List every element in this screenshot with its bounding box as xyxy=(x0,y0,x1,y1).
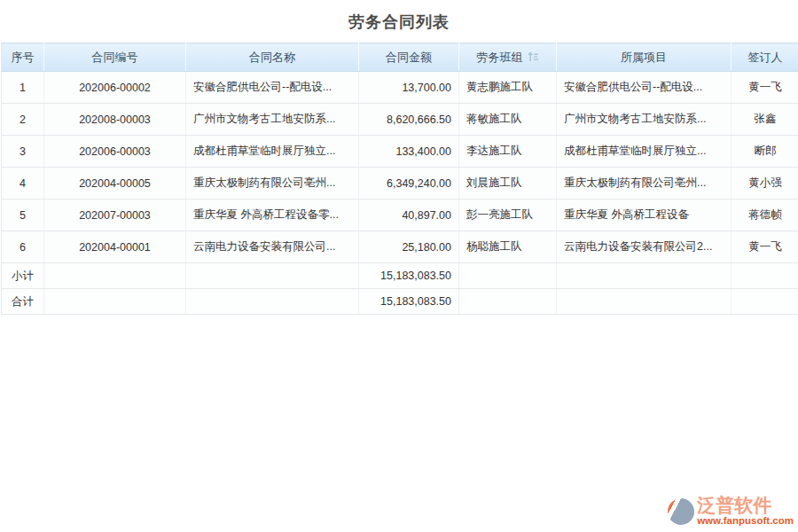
table-row: 5202007-00003重庆华夏 外高桥工程设备零...40,897.00彭一… xyxy=(2,200,798,231)
cell-team[interactable]: 蒋敏施工队 xyxy=(459,104,557,136)
brand-name: 泛普软件 xyxy=(697,496,771,515)
cell-index: 4 xyxy=(2,168,44,200)
cell-amount: 13,700.00 xyxy=(359,72,459,104)
column-header-label: 劳务班组 xyxy=(477,51,523,64)
column-header-amount: 合同金额 xyxy=(359,43,459,72)
cell-contract_no[interactable]: 202007-00003 xyxy=(44,200,186,231)
summary-empty-cell xyxy=(557,263,732,289)
cell-team[interactable]: 黄志鹏施工队 xyxy=(459,72,557,104)
cell-contract_name[interactable]: 重庆华夏 外高桥工程设备零... xyxy=(186,200,359,231)
cell-project[interactable]: 重庆华夏 外高桥工程设备 xyxy=(557,200,732,231)
cell-index: 2 xyxy=(2,104,44,136)
fanpu-logo-icon xyxy=(668,498,694,525)
column-header-label: 序号 xyxy=(12,51,35,64)
cell-team[interactable]: 李达施工队 xyxy=(459,136,557,168)
table-row: 2202008-00003广州市文物考古工地安防系...8,620,666.50… xyxy=(2,104,798,136)
cell-contract_no[interactable]: 202004-00005 xyxy=(44,168,186,200)
column-header-label: 合同金额 xyxy=(386,51,432,64)
table-header: 序号合同编号合同名称合同金额劳务班组所属项目签订人 xyxy=(2,43,798,72)
table-header-row: 序号合同编号合同名称合同金额劳务班组所属项目签订人 xyxy=(2,43,798,72)
labor-contract-table: 序号合同编号合同名称合同金额劳务班组所属项目签订人 1202006-00002安… xyxy=(1,43,798,315)
cell-amount: 40,897.00 xyxy=(359,200,459,231)
summary-row: 合计15,183,083.50 xyxy=(2,289,798,315)
cell-project[interactable]: 广州市文物考古工地安防系... xyxy=(557,104,732,136)
cell-index: 1 xyxy=(2,72,44,104)
cell-index: 6 xyxy=(2,231,44,263)
column-header-label: 合同编号 xyxy=(92,51,138,64)
column-header-signer: 签订人 xyxy=(732,43,798,72)
cell-project[interactable]: 成都杜甫草堂临时展厅独立... xyxy=(557,136,732,168)
cell-contract_no[interactable]: 202006-00003 xyxy=(44,136,186,168)
cell-contract_no[interactable]: 202008-00003 xyxy=(44,104,186,136)
cell-contract_name[interactable]: 重庆太极制药有限公司亳州... xyxy=(186,168,359,200)
cell-contract_no[interactable]: 202006-00002 xyxy=(44,72,186,104)
column-header-label: 签订人 xyxy=(748,51,783,64)
summary-empty-cell xyxy=(44,289,186,315)
cell-signer[interactable]: 蒋德帧 xyxy=(732,200,798,231)
summary-empty-cell xyxy=(459,289,557,315)
sort-icon[interactable] xyxy=(528,51,539,62)
brand-url-link[interactable]: www.fanpusoft.com xyxy=(697,515,794,527)
cell-team[interactable]: 杨聪施工队 xyxy=(459,231,557,263)
summary-row: 小计15,183,083.50 xyxy=(2,263,798,289)
summary-amount: 15,183,083.50 xyxy=(359,289,459,315)
cell-project[interactable]: 云南电力设备安装有限公司2... xyxy=(557,231,732,263)
summary-empty-cell xyxy=(732,289,798,315)
table-row: 4202004-00005重庆太极制药有限公司亳州...6,349,240.00… xyxy=(2,168,798,200)
summary-empty-cell xyxy=(732,263,798,289)
table-body: 1202006-00002安徽合肥供电公司--配电设...13,700.00黄志… xyxy=(2,72,798,315)
summary-amount: 15,183,083.50 xyxy=(359,263,459,289)
page-title: 劳务合同列表 xyxy=(0,0,798,43)
summary-empty-cell xyxy=(44,263,186,289)
column-header-contract_no: 合同编号 xyxy=(44,43,186,72)
cell-signer[interactable]: 断郎 xyxy=(732,136,798,168)
summary-empty-cell xyxy=(186,289,359,315)
cell-project[interactable]: 重庆太极制药有限公司亳州... xyxy=(557,168,732,200)
cell-contract_name[interactable]: 成都杜甫草堂临时展厅独立... xyxy=(186,136,359,168)
summary-empty-cell xyxy=(186,263,359,289)
cell-contract_name[interactable]: 安徽合肥供电公司--配电设... xyxy=(186,72,359,104)
column-header-index: 序号 xyxy=(2,43,44,72)
cell-index: 3 xyxy=(2,136,44,168)
column-header-team[interactable]: 劳务班组 xyxy=(459,43,557,72)
cell-signer[interactable]: 黄小强 xyxy=(732,168,798,200)
cell-contract_name[interactable]: 云南电力设备安装有限公司... xyxy=(186,231,359,263)
cell-index: 5 xyxy=(2,200,44,231)
summary-label: 小计 xyxy=(2,263,44,289)
cell-amount: 25,180.00 xyxy=(359,231,459,263)
cell-team[interactable]: 刘晨施工队 xyxy=(459,168,557,200)
cell-amount: 8,620,666.50 xyxy=(359,104,459,136)
cell-contract_name[interactable]: 广州市文物考古工地安防系... xyxy=(186,104,359,136)
summary-empty-cell xyxy=(459,263,557,289)
column-header-contract_name: 合同名称 xyxy=(186,43,359,72)
cell-amount: 6,349,240.00 xyxy=(359,168,459,200)
cell-project[interactable]: 安徽合肥供电公司--配电设... xyxy=(557,72,732,104)
cell-amount: 133,400.00 xyxy=(359,136,459,168)
table-row: 3202006-00003成都杜甫草堂临时展厅独立...133,400.00李达… xyxy=(2,136,798,168)
cell-signer[interactable]: 张鑫 xyxy=(732,104,798,136)
summary-label: 合计 xyxy=(2,289,44,315)
cell-contract_no[interactable]: 202004-00001 xyxy=(44,231,186,263)
fanpu-brand: 泛普软件 www.fanpusoft.com xyxy=(668,496,794,527)
cell-team[interactable]: 彭一亮施工队 xyxy=(459,200,557,231)
cell-signer[interactable]: 黄一飞 xyxy=(732,72,798,104)
column-header-label: 合同名称 xyxy=(249,51,295,64)
table-row: 6202004-00001云南电力设备安装有限公司...25,180.00杨聪施… xyxy=(2,231,798,263)
table-row: 1202006-00002安徽合肥供电公司--配电设...13,700.00黄志… xyxy=(2,72,798,104)
cell-signer[interactable]: 黄一飞 xyxy=(732,231,798,263)
column-header-project: 所属项目 xyxy=(557,43,732,72)
summary-empty-cell xyxy=(557,289,732,315)
column-header-label: 所属项目 xyxy=(621,51,667,64)
